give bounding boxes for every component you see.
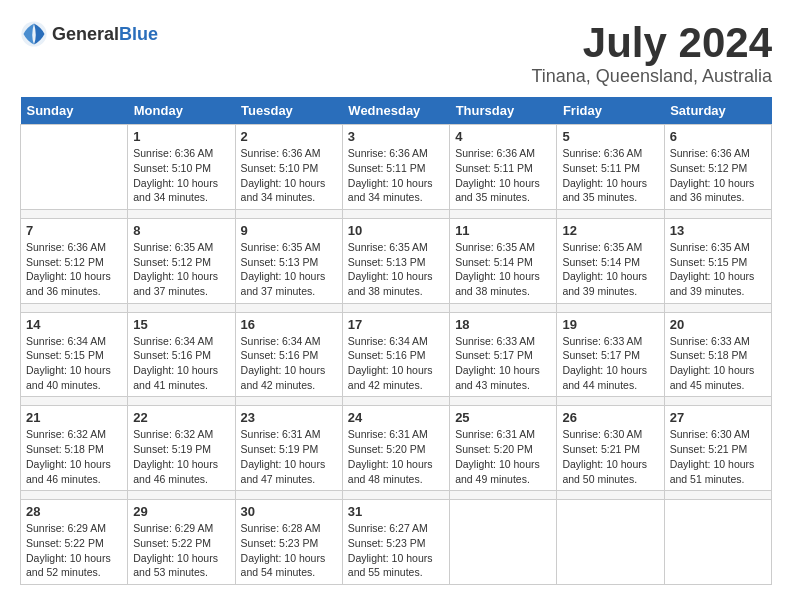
day-number: 7 [26, 223, 122, 238]
table-row: 28Sunrise: 6:29 AM Sunset: 5:22 PM Dayli… [21, 500, 128, 585]
table-row: 12Sunrise: 6:35 AM Sunset: 5:14 PM Dayli… [557, 218, 664, 303]
day-info: Sunrise: 6:31 AM Sunset: 5:20 PM Dayligh… [455, 427, 551, 486]
day-info: Sunrise: 6:35 AM Sunset: 5:14 PM Dayligh… [455, 240, 551, 299]
col-monday: Monday [128, 97, 235, 125]
day-number: 21 [26, 410, 122, 425]
day-info: Sunrise: 6:28 AM Sunset: 5:23 PM Dayligh… [241, 521, 337, 580]
table-row: 3Sunrise: 6:36 AM Sunset: 5:11 PM Daylig… [342, 125, 449, 210]
table-row [21, 125, 128, 210]
day-number: 4 [455, 129, 551, 144]
day-number: 24 [348, 410, 444, 425]
logo-blue: Blue [119, 24, 158, 44]
table-row: 4Sunrise: 6:36 AM Sunset: 5:11 PM Daylig… [450, 125, 557, 210]
day-info: Sunrise: 6:35 AM Sunset: 5:14 PM Dayligh… [562, 240, 658, 299]
day-info: Sunrise: 6:36 AM Sunset: 5:12 PM Dayligh… [670, 146, 766, 205]
day-info: Sunrise: 6:36 AM Sunset: 5:10 PM Dayligh… [241, 146, 337, 205]
day-info: Sunrise: 6:33 AM Sunset: 5:18 PM Dayligh… [670, 334, 766, 393]
day-number: 17 [348, 317, 444, 332]
day-info: Sunrise: 6:34 AM Sunset: 5:16 PM Dayligh… [348, 334, 444, 393]
title-section: July 2024 Tinana, Queensland, Australia [532, 20, 773, 87]
day-info: Sunrise: 6:35 AM Sunset: 5:13 PM Dayligh… [241, 240, 337, 299]
table-row: 30Sunrise: 6:28 AM Sunset: 5:23 PM Dayli… [235, 500, 342, 585]
day-info: Sunrise: 6:33 AM Sunset: 5:17 PM Dayligh… [455, 334, 551, 393]
table-row: 8Sunrise: 6:35 AM Sunset: 5:12 PM Daylig… [128, 218, 235, 303]
table-row: 29Sunrise: 6:29 AM Sunset: 5:22 PM Dayli… [128, 500, 235, 585]
table-row: 6Sunrise: 6:36 AM Sunset: 5:12 PM Daylig… [664, 125, 771, 210]
day-info: Sunrise: 6:35 AM Sunset: 5:12 PM Dayligh… [133, 240, 229, 299]
day-number: 3 [348, 129, 444, 144]
day-info: Sunrise: 6:36 AM Sunset: 5:11 PM Dayligh… [455, 146, 551, 205]
day-info: Sunrise: 6:29 AM Sunset: 5:22 PM Dayligh… [133, 521, 229, 580]
day-info: Sunrise: 6:36 AM Sunset: 5:11 PM Dayligh… [562, 146, 658, 205]
day-info: Sunrise: 6:32 AM Sunset: 5:19 PM Dayligh… [133, 427, 229, 486]
logo-icon [20, 20, 48, 48]
table-row: 26Sunrise: 6:30 AM Sunset: 5:21 PM Dayli… [557, 406, 664, 491]
day-number: 15 [133, 317, 229, 332]
table-row [450, 500, 557, 585]
logo-general: General [52, 24, 119, 44]
col-tuesday: Tuesday [235, 97, 342, 125]
day-info: Sunrise: 6:34 AM Sunset: 5:15 PM Dayligh… [26, 334, 122, 393]
calendar-header-row: Sunday Monday Tuesday Wednesday Thursday… [21, 97, 772, 125]
table-row: 23Sunrise: 6:31 AM Sunset: 5:19 PM Dayli… [235, 406, 342, 491]
day-info: Sunrise: 6:34 AM Sunset: 5:16 PM Dayligh… [241, 334, 337, 393]
day-number: 22 [133, 410, 229, 425]
day-number: 14 [26, 317, 122, 332]
day-info: Sunrise: 6:30 AM Sunset: 5:21 PM Dayligh… [562, 427, 658, 486]
table-row: 15Sunrise: 6:34 AM Sunset: 5:16 PM Dayli… [128, 312, 235, 397]
table-row: 24Sunrise: 6:31 AM Sunset: 5:20 PM Dayli… [342, 406, 449, 491]
table-row: 18Sunrise: 6:33 AM Sunset: 5:17 PM Dayli… [450, 312, 557, 397]
page-header: GeneralBlue July 2024 Tinana, Queensland… [20, 20, 772, 87]
day-number: 26 [562, 410, 658, 425]
day-number: 6 [670, 129, 766, 144]
day-number: 25 [455, 410, 551, 425]
day-number: 13 [670, 223, 766, 238]
col-friday: Friday [557, 97, 664, 125]
day-info: Sunrise: 6:34 AM Sunset: 5:16 PM Dayligh… [133, 334, 229, 393]
table-row: 11Sunrise: 6:35 AM Sunset: 5:14 PM Dayli… [450, 218, 557, 303]
table-row: 14Sunrise: 6:34 AM Sunset: 5:15 PM Dayli… [21, 312, 128, 397]
logo: GeneralBlue [20, 20, 158, 48]
day-number: 11 [455, 223, 551, 238]
table-row: 20Sunrise: 6:33 AM Sunset: 5:18 PM Dayli… [664, 312, 771, 397]
calendar-subtitle: Tinana, Queensland, Australia [532, 66, 773, 87]
day-number: 8 [133, 223, 229, 238]
week-separator [21, 491, 772, 500]
table-row: 9Sunrise: 6:35 AM Sunset: 5:13 PM Daylig… [235, 218, 342, 303]
day-number: 20 [670, 317, 766, 332]
table-row: 10Sunrise: 6:35 AM Sunset: 5:13 PM Dayli… [342, 218, 449, 303]
table-row: 7Sunrise: 6:36 AM Sunset: 5:12 PM Daylig… [21, 218, 128, 303]
day-number: 19 [562, 317, 658, 332]
day-info: Sunrise: 6:31 AM Sunset: 5:20 PM Dayligh… [348, 427, 444, 486]
day-number: 9 [241, 223, 337, 238]
week-separator [21, 303, 772, 312]
day-number: 10 [348, 223, 444, 238]
table-row: 25Sunrise: 6:31 AM Sunset: 5:20 PM Dayli… [450, 406, 557, 491]
day-info: Sunrise: 6:35 AM Sunset: 5:15 PM Dayligh… [670, 240, 766, 299]
day-info: Sunrise: 6:36 AM Sunset: 5:11 PM Dayligh… [348, 146, 444, 205]
day-info: Sunrise: 6:36 AM Sunset: 5:10 PM Dayligh… [133, 146, 229, 205]
day-info: Sunrise: 6:29 AM Sunset: 5:22 PM Dayligh… [26, 521, 122, 580]
day-number: 27 [670, 410, 766, 425]
week-separator [21, 397, 772, 406]
col-saturday: Saturday [664, 97, 771, 125]
day-number: 16 [241, 317, 337, 332]
table-row: 27Sunrise: 6:30 AM Sunset: 5:21 PM Dayli… [664, 406, 771, 491]
table-row: 2Sunrise: 6:36 AM Sunset: 5:10 PM Daylig… [235, 125, 342, 210]
day-info: Sunrise: 6:32 AM Sunset: 5:18 PM Dayligh… [26, 427, 122, 486]
table-row: 5Sunrise: 6:36 AM Sunset: 5:11 PM Daylig… [557, 125, 664, 210]
day-number: 30 [241, 504, 337, 519]
day-number: 12 [562, 223, 658, 238]
day-number: 28 [26, 504, 122, 519]
day-number: 23 [241, 410, 337, 425]
day-number: 18 [455, 317, 551, 332]
table-row: 17Sunrise: 6:34 AM Sunset: 5:16 PM Dayli… [342, 312, 449, 397]
calendar-week-5: 28Sunrise: 6:29 AM Sunset: 5:22 PM Dayli… [21, 500, 772, 585]
table-row: 13Sunrise: 6:35 AM Sunset: 5:15 PM Dayli… [664, 218, 771, 303]
table-row: 22Sunrise: 6:32 AM Sunset: 5:19 PM Dayli… [128, 406, 235, 491]
day-number: 1 [133, 129, 229, 144]
calendar-week-1: 1Sunrise: 6:36 AM Sunset: 5:10 PM Daylig… [21, 125, 772, 210]
table-row: 16Sunrise: 6:34 AM Sunset: 5:16 PM Dayli… [235, 312, 342, 397]
calendar-week-4: 21Sunrise: 6:32 AM Sunset: 5:18 PM Dayli… [21, 406, 772, 491]
day-info: Sunrise: 6:36 AM Sunset: 5:12 PM Dayligh… [26, 240, 122, 299]
